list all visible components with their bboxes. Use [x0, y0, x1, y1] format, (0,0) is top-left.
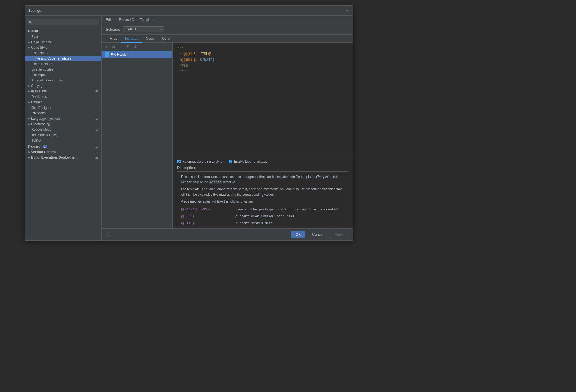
reset-button[interactable]: ↺ — [132, 44, 138, 50]
sidebar-item-duplicates[interactable]: Duplicates — [25, 94, 101, 100]
sidebar-item-file-types[interactable]: File Types — [25, 72, 101, 78]
file-list-toolbar: + ⧉ − ⎘ ↺ — [102, 43, 172, 51]
remove-button[interactable]: − — [118, 44, 124, 50]
sidebar-item-language-injections-label: Language Injections — [31, 117, 60, 121]
description-title: Description: — [177, 166, 348, 170]
sidebar-item-textmate-bundles[interactable]: TextMate Bundles — [25, 132, 101, 138]
sidebar-item-emmet[interactable]: ▶ Emmet — [25, 100, 101, 105]
sidebar-item-textmate-label: TextMate Bundles — [31, 133, 57, 137]
sidebar-item-proofreading[interactable]: ▶ Proofreading — [25, 121, 101, 127]
svg-text:H: H — [106, 54, 107, 56]
var-val-package: name of the package in which the new fil… — [235, 207, 338, 212]
scheme-label: Scheme: — [106, 27, 120, 31]
scheme-select[interactable]: Default Project — [123, 26, 164, 32]
sidebar-item-gui-designer[interactable]: GUI Designer ☰ — [25, 105, 101, 110]
sidebar: 🔍 Editor Font ▶ Color Scheme ▶ Code Styl… — [25, 16, 102, 240]
search-wrapper: 🔍 — [27, 19, 99, 25]
dialog-body: 🔍 Editor Font ▶ Color Scheme ▶ Code Styl… — [25, 16, 353, 240]
sidebar-item-file-types-label: File Types — [31, 73, 46, 77]
breadcrumb-file-templates: File and Code Templates — [119, 18, 155, 22]
sidebar-item-copyright[interactable]: ▶ Copyright ☰ — [25, 83, 101, 89]
sidebar-item-file-and-code-templates[interactable]: File and Code Templates — [25, 56, 101, 61]
sidebar-item-todo-label: TODO — [31, 139, 41, 142]
var-val-date: current system date — [235, 221, 273, 226]
settings-icon2: ☰ — [95, 63, 98, 66]
sidebar-item-color-scheme[interactable]: ▶ Color Scheme — [25, 39, 101, 45]
ok-button[interactable]: OK — [291, 231, 305, 238]
chevron-right-icon5: ▶ — [28, 101, 30, 104]
chevron-right-icon3: ▶ — [28, 84, 30, 87]
settings-icon7: ☰ — [95, 128, 98, 131]
reformat-checkbox-label[interactable]: Reformat according to style — [177, 160, 222, 163]
sidebar-item-copyright-label: Copyright — [31, 84, 45, 88]
sidebar-item-reader-mode[interactable]: Reader Mode ☰ — [25, 127, 101, 132]
tab-code[interactable]: Code — [142, 35, 158, 43]
sidebar-item-android-layout-editor[interactable]: Android Layout Editor — [25, 78, 101, 83]
sidebar-section-editor: Editor — [25, 28, 101, 34]
sidebar-item-reader-mode-label: Reader Mode — [31, 128, 51, 131]
sidebar-item-file-encodings[interactable]: File Encodings ☰ — [25, 61, 101, 67]
tab-includes[interactable]: Includes — [121, 35, 142, 43]
chevron-right-icon6: ▶ — [28, 117, 30, 120]
sidebar-item-file-templates-label: File and Code Templates — [35, 57, 71, 60]
help-button[interactable]: ? — [106, 232, 111, 237]
sidebar-item-color-scheme-label: Color Scheme — [31, 40, 52, 44]
code-panel: /** * @创建人 王延领 *@创建时间 ${DATE} *抽述 **/ Re… — [173, 43, 353, 228]
sidebar-item-live-templates[interactable]: Live Templates — [25, 67, 101, 72]
vars-table: ${PACKAGE_NAME} name of the package in w… — [181, 206, 345, 226]
sidebar-item-language-injections[interactable]: ▶ Language Injections ☰ — [25, 116, 101, 121]
settings-icon10: ☰ — [95, 156, 98, 159]
sidebar-item-inspections-label: Inspections — [31, 51, 48, 55]
breadcrumb: Editor › File and Code Templates □ — [102, 16, 353, 24]
search-icon: 🔍 — [29, 21, 33, 24]
sidebar-item-todo[interactable]: TODO — [25, 138, 101, 143]
sidebar-item-plugins[interactable]: Plugins 1 ☰ — [25, 144, 101, 149]
dialog-footer: ? OK Cancel Apply — [102, 228, 353, 240]
add-button[interactable]: + — [104, 44, 110, 50]
reformat-checkbox[interactable] — [177, 160, 181, 163]
sidebar-item-font[interactable]: Font — [25, 34, 101, 39]
live-templates-checkbox-label[interactable]: Enable Live Templates — [229, 160, 267, 163]
tab-other[interactable]: Other — [158, 35, 175, 43]
settings-icon9: ☰ — [95, 151, 98, 154]
live-templates-checkbox[interactable] — [229, 160, 232, 163]
main-content: Editor › File and Code Templates □ Schem… — [102, 16, 353, 240]
sidebar-item-code-style[interactable]: ▶ Code Style — [25, 45, 101, 50]
description-text: This is a built-in template. It contains… — [181, 174, 345, 185]
var-val-user: current user system login name — [235, 214, 294, 219]
code-editor[interactable]: /** * @创建人 王延领 *@创建时间 ${DATE} *抽述 **/ — [173, 43, 353, 157]
close-button[interactable]: ✕ — [345, 8, 349, 13]
sidebar-item-live-templates-label: Live Templates — [31, 68, 53, 71]
copy-button[interactable]: ⧉ — [111, 44, 117, 50]
file-item-label: File Header — [111, 53, 128, 57]
chevron-right-icon4: ▶ — [28, 90, 30, 93]
sidebar-item-file-encodings-label: File Encodings — [31, 62, 53, 66]
var-key-package: ${PACKAGE_NAME} — [181, 207, 235, 212]
sidebar-item-emmet-label: Emmet — [31, 100, 42, 104]
var-row-user: ${USER} current user system login name — [181, 213, 345, 220]
sidebar-item-inlay-hints-label: Inlay Hints — [31, 89, 47, 93]
sidebar-item-intentions-label: Intentions — [31, 111, 46, 115]
scheme-row: Scheme: Default Project — [102, 24, 353, 35]
sidebar-item-build-execution[interactable]: ▶ Build, Execution, Deployment ☰ — [25, 155, 101, 160]
chevron-right-icon2: ▶ — [28, 46, 30, 49]
tab-files[interactable]: Files — [106, 35, 121, 43]
sidebar-item-version-control-label: Version Control — [31, 150, 56, 154]
settings-dialog: Settings ✕ 🔍 Editor Font ▶ Color Scheme — [25, 5, 353, 241]
sidebar-item-gui-label: GUI Designer — [31, 106, 51, 110]
sidebar-item-code-style-label: Code Style — [31, 46, 47, 49]
apply-button[interactable]: Apply — [330, 231, 348, 238]
file-item-file-header[interactable]: H File Header — [102, 51, 172, 58]
cancel-button[interactable]: Cancel — [308, 231, 328, 238]
description-p3: Predefined variables will take the follo… — [181, 199, 345, 204]
sidebar-item-version-control[interactable]: ▶ Version Control ☰ — [25, 149, 101, 155]
sidebar-item-inspections[interactable]: Inspections ☰ — [25, 50, 101, 56]
sidebar-item-inlay-hints[interactable]: ▶ Inlay Hints ☰ — [25, 89, 101, 94]
dialog-title: Settings — [28, 8, 41, 13]
move-button[interactable]: ⎘ — [125, 44, 131, 50]
breadcrumb-editor: Editor — [106, 18, 114, 22]
templates-italic: Templates — [317, 175, 332, 179]
sidebar-item-intentions[interactable]: Intentions — [25, 110, 101, 116]
reformat-label: Reformat according to style — [182, 160, 222, 163]
search-input[interactable] — [27, 19, 99, 25]
